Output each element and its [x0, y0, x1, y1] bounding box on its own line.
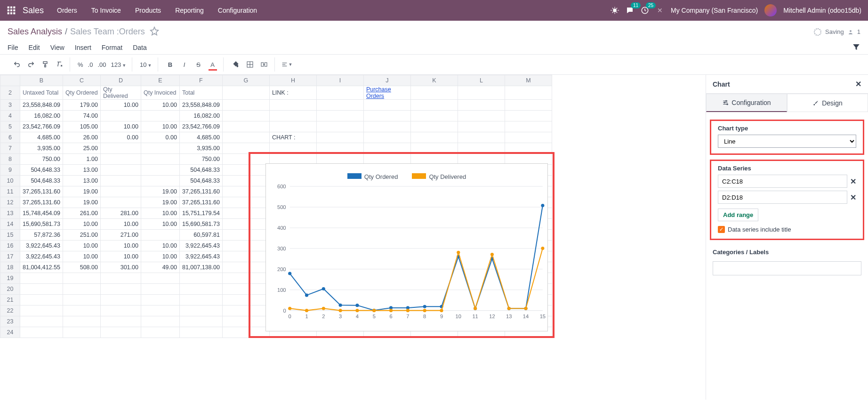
series-row-1: ✕ [718, 175, 856, 188]
svg-point-9 [613, 8, 617, 12]
svg-rect-12 [43, 62, 47, 64]
svg-rect-7 [10, 12, 12, 14]
strike-button[interactable]: S [193, 59, 204, 70]
format-decimal-inc[interactable]: .00 [96, 61, 107, 68]
svg-text:9: 9 [440, 314, 443, 319]
activity-icon[interactable]: 25 [641, 6, 649, 15]
filter-icon[interactable] [852, 43, 860, 53]
svg-text:7: 7 [406, 314, 409, 319]
svg-point-78 [726, 100, 727, 101]
menu-products[interactable]: Products [135, 7, 161, 14]
chart-type-section: Chart type Line [710, 120, 864, 155]
svg-point-54 [423, 305, 426, 308]
saving-label: Saving [825, 28, 844, 35]
svg-point-65 [339, 309, 342, 312]
svg-point-46 [288, 272, 291, 275]
svg-text:12: 12 [489, 314, 495, 319]
svg-rect-14 [261, 63, 264, 66]
menu-reporting[interactable]: Reporting [175, 7, 204, 14]
italic-button[interactable]: I [179, 59, 190, 70]
svg-text:1: 1 [305, 314, 308, 319]
svg-text:300: 300 [277, 246, 286, 251]
series-input-2[interactable] [718, 191, 847, 204]
favorite-star-icon[interactable] [150, 26, 159, 37]
text-color-button[interactable]: A [207, 59, 218, 70]
tab-configuration[interactable]: Configuration [706, 94, 787, 112]
borders-icon[interactable] [244, 59, 256, 70]
series-input-1[interactable] [718, 175, 847, 188]
svg-text:14: 14 [523, 314, 529, 319]
svg-point-47 [305, 294, 308, 297]
debug-icon[interactable] [611, 6, 619, 15]
svg-point-69 [406, 309, 410, 312]
include-title-checkbox[interactable]: ✓ [718, 226, 725, 233]
font-size[interactable]: 10▼ [139, 61, 153, 68]
data-series-section: Data Series ✕ ✕ Add range ✓ Data series … [710, 160, 864, 240]
merge-cells-icon[interactable] [258, 59, 270, 70]
svg-text:10: 10 [456, 314, 461, 319]
svg-point-76 [524, 307, 528, 310]
menu-file[interactable]: File [8, 44, 18, 51]
menu-view[interactable]: View [50, 44, 64, 51]
chart-side-panel: Chart ✕ Configuration Design Chart type … [706, 75, 868, 400]
sheet-toolbar: % .0 .00 123▼ 10▼ B I S A ▼ [0, 55, 868, 75]
menu-edit[interactable]: Edit [29, 44, 40, 51]
clear-format-icon[interactable] [54, 59, 65, 70]
top-nav: Sales Orders To Invoice Products Reporti… [0, 0, 868, 21]
breadcrumb-root[interactable]: Sales Analysis [8, 27, 62, 37]
user-count: 1 [857, 28, 860, 35]
close-tray-icon[interactable]: ✕ [656, 6, 664, 15]
svg-rect-15 [265, 63, 267, 66]
menu-to-invoice[interactable]: To Invoice [91, 7, 121, 14]
menu-orders[interactable]: Orders [57, 7, 77, 14]
bold-button[interactable]: B [165, 59, 176, 70]
saving-spinner-icon [814, 28, 821, 36]
chart-legend: Qty Ordered Qty Delivered [266, 164, 547, 180]
chart-type-select[interactable]: Line [718, 135, 856, 148]
app-brand[interactable]: Sales [23, 6, 44, 16]
svg-text:4: 4 [356, 314, 359, 319]
user-name[interactable]: Mitchell Admin (odoo15db) [783, 7, 861, 14]
categories-section: Categories / Labels [706, 245, 868, 281]
menu-format[interactable]: Format [102, 44, 122, 51]
align-icon[interactable]: ▼ [281, 59, 293, 70]
company-switcher[interactable]: My Company (San Francisco) [671, 7, 758, 14]
user-avatar[interactable] [764, 4, 777, 16]
messaging-icon[interactable]: 11 [626, 6, 634, 15]
svg-point-80 [727, 104, 728, 105]
apps-icon[interactable] [7, 6, 16, 15]
svg-rect-0 [8, 7, 9, 8]
paint-format-icon[interactable] [40, 59, 51, 70]
undo-icon[interactable] [11, 59, 23, 70]
svg-point-66 [355, 309, 359, 312]
spreadsheet-grid[interactable]: BCDEFGHIJKLM2Untaxed TotalQty OrderedQty… [0, 75, 706, 400]
categories-input[interactable] [713, 261, 861, 275]
categories-label: Categories / Labels [713, 249, 861, 256]
add-range-button[interactable]: Add range [718, 209, 758, 221]
menu-insert[interactable]: Insert [75, 44, 91, 51]
svg-text:0: 0 [289, 314, 291, 319]
embedded-chart[interactable]: Qty Ordered Qty Delivered 01002003004005… [265, 163, 548, 331]
format-number[interactable]: 123▼ [110, 61, 127, 68]
svg-text:8: 8 [423, 314, 426, 319]
breadcrumb-separator: / [65, 27, 67, 37]
svg-text:200: 200 [277, 266, 286, 272]
redo-icon[interactable] [25, 59, 37, 70]
svg-text:500: 500 [277, 204, 286, 210]
menu-configuration[interactable]: Configuration [218, 7, 257, 14]
series-remove-1-icon[interactable]: ✕ [850, 177, 856, 186]
format-percent[interactable]: % [77, 61, 84, 68]
tab-design[interactable]: Design [787, 94, 868, 112]
svg-rect-8 [13, 12, 15, 14]
panel-close-icon[interactable]: ✕ [855, 80, 861, 88]
svg-text:2: 2 [322, 314, 325, 319]
panel-title: Chart [713, 80, 730, 88]
menu-data[interactable]: Data [133, 44, 147, 51]
format-decimal-dec[interactable]: .0 [87, 61, 94, 68]
svg-point-70 [423, 309, 426, 312]
fill-color-icon[interactable] [230, 59, 241, 70]
svg-point-67 [372, 309, 376, 312]
series-remove-2-icon[interactable]: ✕ [850, 193, 856, 202]
svg-point-63 [305, 309, 308, 312]
svg-point-50 [355, 304, 359, 307]
